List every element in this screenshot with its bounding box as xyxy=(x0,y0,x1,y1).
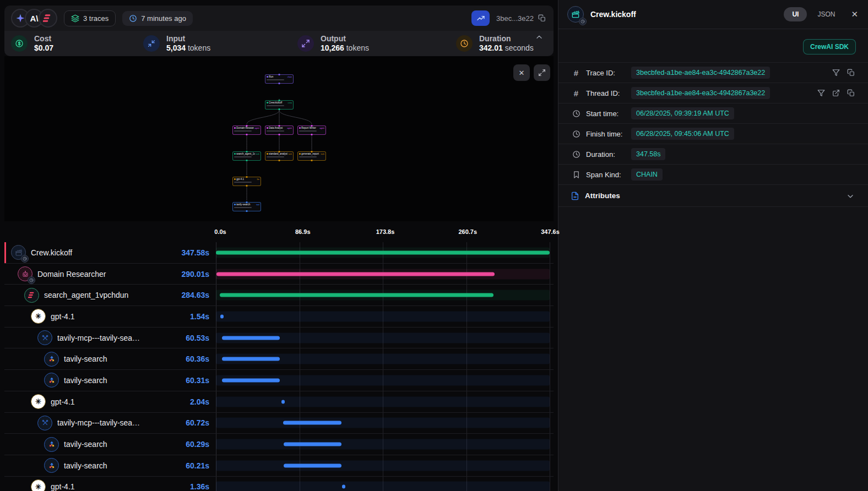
span-row[interactable]: ✳ gpt-4.1 1.36s xyxy=(4,477,554,491)
toggle-ui[interactable]: UI xyxy=(784,7,807,21)
attributes-label: Attributes xyxy=(585,192,846,200)
span-row[interactable]: Domain Researcher 290.01s xyxy=(4,264,554,285)
copy-icon xyxy=(847,69,855,77)
copy-icon xyxy=(847,89,855,97)
span-row[interactable]: tavily-search 60.29s xyxy=(4,434,554,455)
span-name: tavily-search xyxy=(64,376,181,385)
panel-close-button[interactable]: ✕ xyxy=(851,9,858,19)
span-name: gpt-4.1 xyxy=(51,482,186,491)
graph-node[interactable]: tavily-search tool xyxy=(232,202,261,211)
external-link-icon xyxy=(832,89,840,97)
span-bar[interactable] xyxy=(216,250,550,254)
span-bar[interactable] xyxy=(283,421,341,425)
robot-icon xyxy=(18,266,32,281)
tavily-icon xyxy=(48,462,56,470)
trace-chart-button[interactable] xyxy=(471,10,490,26)
graph-node[interactable]: Domain Researcher agent xyxy=(232,126,261,135)
span-bar[interactable] xyxy=(220,314,224,318)
span-bar[interactable] xyxy=(222,336,280,340)
span-name: tavily-search xyxy=(64,354,181,363)
span-bar[interactable] xyxy=(342,485,345,489)
span-name: tavily-search xyxy=(64,461,181,470)
span-row[interactable]: ✳ gpt-4.1 1.54s xyxy=(4,306,554,328)
panel-header: Crew.kickoff UIJSON ✕ xyxy=(558,0,868,29)
copy-icon[interactable] xyxy=(847,69,855,77)
axis-tick: 347.6s xyxy=(541,228,560,235)
span-name: gpt-4.1 xyxy=(51,312,186,321)
trending-icon xyxy=(476,14,485,23)
span-track xyxy=(216,455,550,476)
span-row[interactable]: tavily-search 60.21s xyxy=(4,455,554,477)
layers-icon xyxy=(71,14,79,23)
graph-expand-button[interactable] xyxy=(534,64,550,81)
graph-node[interactable]: Report Writer agent xyxy=(297,126,326,135)
field-row: Start time: 06/28/2025, 09:39:19 AM UTC xyxy=(558,103,868,124)
metric-value: 342.01 seconds xyxy=(479,43,534,53)
span-bar[interactable] xyxy=(284,443,341,446)
field-label: Span Kind: xyxy=(586,171,631,179)
trace-summary-card: A\ 3 traces 7 minutes ago 3bec...3e22 Co… xyxy=(4,6,554,56)
span-bar[interactable] xyxy=(216,272,495,276)
openai-icon: ✳ xyxy=(35,483,41,490)
graph-node[interactable]: Data Analyst agent xyxy=(265,126,294,135)
span-duration: 60.21s xyxy=(186,461,209,470)
view-toggle: UIJSON xyxy=(784,7,843,21)
field-value: 06/28/2025, 09:39:19 AM UTC xyxy=(631,107,734,119)
field-label: Finish time: xyxy=(586,130,631,138)
span-row[interactable]: tavily-mcp---tavily-sea… 60.53s xyxy=(4,328,554,349)
span-name: search_agent_1vpchdun xyxy=(44,291,177,299)
chevron-down-icon xyxy=(846,192,855,200)
toggle-json[interactable]: JSON xyxy=(809,7,843,21)
graph-node[interactable]: standard_analysis task xyxy=(265,151,294,161)
span-duration: 347.58s xyxy=(181,248,209,257)
attributes-section-toggle[interactable]: Attributes xyxy=(558,185,868,207)
field-value: 347.58s xyxy=(631,148,665,160)
sdk-badge[interactable]: CrewAI SDK xyxy=(803,39,856,54)
tavily-icon xyxy=(44,373,59,388)
avatar-crewai-logo-icon[interactable] xyxy=(39,9,57,28)
filter-icon[interactable] xyxy=(817,89,825,97)
trace-main: A\ 3 traces 7 minutes ago 3bec...3e22 Co… xyxy=(0,0,558,491)
span-waterfall: Crew.kickoff 347.58s Domain Researcher 2… xyxy=(4,242,554,491)
clock-icon xyxy=(129,14,137,23)
span-row[interactable]: search_agent_1vpchdun 284.63s xyxy=(4,285,554,306)
span-name: gpt-4.1 xyxy=(51,397,186,406)
tools-icon xyxy=(41,419,49,427)
trace-graph-canvas[interactable]: ✕ Run chain Crew.kickoff crew Domain Res… xyxy=(4,56,554,221)
collapse-metrics-button[interactable] xyxy=(535,33,544,42)
external-link-icon[interactable] xyxy=(832,89,840,97)
graph-node-label: search_agent_1vpchdun xyxy=(236,152,255,155)
graph-close-button[interactable]: ✕ xyxy=(513,64,530,81)
clock-badge-icon xyxy=(21,255,29,263)
span-bar[interactable] xyxy=(284,463,341,467)
span-bar[interactable] xyxy=(222,378,280,382)
copy-icon[interactable] xyxy=(847,89,855,97)
span-row[interactable]: tavily-search 60.36s xyxy=(4,348,554,370)
span-track xyxy=(216,370,550,391)
clock-icon xyxy=(456,35,473,52)
span-bar[interactable] xyxy=(220,293,493,297)
filter-icon[interactable] xyxy=(832,69,840,77)
field-value: 06/28/2025, 09:45:06 AM UTC xyxy=(631,128,734,140)
span-row[interactable]: ✳ gpt-4.1 2.04s xyxy=(4,391,554,413)
span-bar[interactable] xyxy=(281,400,285,403)
span-bar[interactable] xyxy=(222,357,280,361)
graph-node[interactable]: generate_report task xyxy=(297,151,326,161)
graph-node[interactable]: gpt-4.1 llm xyxy=(232,177,261,186)
copy-trace-id-button[interactable] xyxy=(538,14,546,22)
graph-node[interactable]: Crew.kickoff crew xyxy=(265,100,294,110)
clock-icon xyxy=(460,39,469,48)
graph-node[interactable]: Run chain xyxy=(265,74,294,84)
span-track xyxy=(216,348,550,369)
metrics-bar: Cost $0.07 Input 5,034 tokens Output 10,… xyxy=(4,31,554,56)
graph-node-badge: chain xyxy=(287,76,292,78)
expand-icon xyxy=(538,69,546,77)
tavily-icon xyxy=(44,458,59,473)
openai-icon: ✳ xyxy=(35,398,41,405)
span-row[interactable]: tavily-search 60.31s xyxy=(4,370,554,391)
span-row[interactable]: tavily-mcp---tavily-sea… 60.72s xyxy=(4,413,554,434)
traces-count-pill[interactable]: 3 traces xyxy=(64,10,116,26)
sparkle-icon xyxy=(15,13,25,23)
graph-node[interactable]: search_agent_1vpchdun task xyxy=(232,151,261,161)
span-row[interactable]: Crew.kickoff 347.58s xyxy=(4,242,554,264)
